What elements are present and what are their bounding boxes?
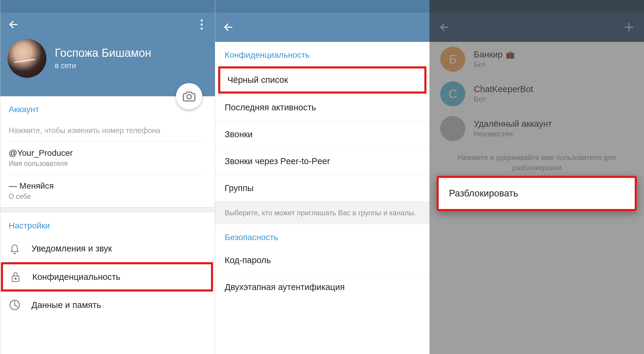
header-bar xyxy=(215,13,430,42)
lock-icon xyxy=(10,271,21,283)
username-label: Имя пользователя xyxy=(9,160,206,168)
svg-point-1 xyxy=(201,19,203,22)
profile-name: Госпожа Бишамон xyxy=(55,47,151,59)
profile-status: в сети xyxy=(55,61,151,70)
groups-hint: Выберите, кто может приглашать Вас в гру… xyxy=(215,202,430,224)
more-vertical-icon xyxy=(201,19,203,30)
two-step-item[interactable]: Двухэтапная аутентификация xyxy=(215,274,430,300)
last-seen-item[interactable]: Последняя активность xyxy=(215,94,430,121)
status-bar xyxy=(0,0,215,13)
privacy-settings-panel: Конфиденциальность Чёрный список Последн… xyxy=(215,0,430,354)
notifications-item[interactable]: Уведомления и звук xyxy=(0,236,215,261)
blocklist-item[interactable]: Чёрный список xyxy=(220,68,425,91)
p2p-calls-item[interactable]: Звонки через Peer-to-Peer xyxy=(215,148,430,175)
back-button[interactable] xyxy=(222,21,234,33)
arrow-left-icon xyxy=(223,22,234,33)
back-button[interactable] xyxy=(7,19,19,30)
svg-point-6 xyxy=(15,278,16,279)
settings-section-title: Настройки xyxy=(0,213,215,236)
privacy-section-title: Конфиденциальность xyxy=(215,42,430,65)
calls-item[interactable]: Звонки xyxy=(215,121,430,148)
groups-item[interactable]: Группы xyxy=(215,175,430,202)
privacy-label: Конфиденциальность xyxy=(32,272,120,282)
bio-value: — Меняйся xyxy=(9,181,206,191)
svg-point-4 xyxy=(187,94,191,99)
privacy-highlight: Конфиденциальность xyxy=(1,262,213,292)
camera-icon xyxy=(183,91,195,102)
arrow-left-icon xyxy=(8,19,19,30)
bio-item[interactable]: — Меняйся О себе xyxy=(9,175,206,207)
bio-label: О себе xyxy=(9,193,206,201)
privacy-item[interactable]: Конфиденциальность xyxy=(3,264,211,289)
unblock-menu-item[interactable]: Разблокировать xyxy=(437,176,637,211)
username-item[interactable]: @Your_Producer Имя пользователя xyxy=(9,142,206,175)
profile-header: Госпожа Бишамон в сети xyxy=(0,13,215,96)
status-bar xyxy=(215,0,430,13)
notifications-label: Уведомления и звук xyxy=(31,244,112,254)
avatar[interactable] xyxy=(7,39,46,78)
username-value: @Your_Producer xyxy=(9,148,206,158)
change-phone-item[interactable]: Нажмите, чтобы изменить номер телефона xyxy=(9,120,206,142)
settings-main-panel: Госпожа Бишамон в сети Аккаунт Нажмите, … xyxy=(0,0,215,354)
data-storage-label: Данные и память xyxy=(31,300,101,310)
blocklist-panel: ББанкир💼БотСChatKeeperBotБотУдалённый ак… xyxy=(429,0,644,354)
blocklist-highlight: Чёрный список xyxy=(218,66,427,94)
svg-point-2 xyxy=(201,24,203,26)
security-section-title: Безопасность xyxy=(215,224,430,247)
more-menu-button[interactable] xyxy=(196,19,208,30)
passcode-item[interactable]: Код-пароль xyxy=(215,247,430,274)
change-photo-button[interactable] xyxy=(176,83,202,109)
bell-icon xyxy=(9,242,20,254)
data-storage-item[interactable]: Данные и память xyxy=(0,293,215,317)
svg-point-3 xyxy=(201,28,203,30)
section-divider xyxy=(0,207,215,213)
data-usage-icon xyxy=(9,299,20,311)
